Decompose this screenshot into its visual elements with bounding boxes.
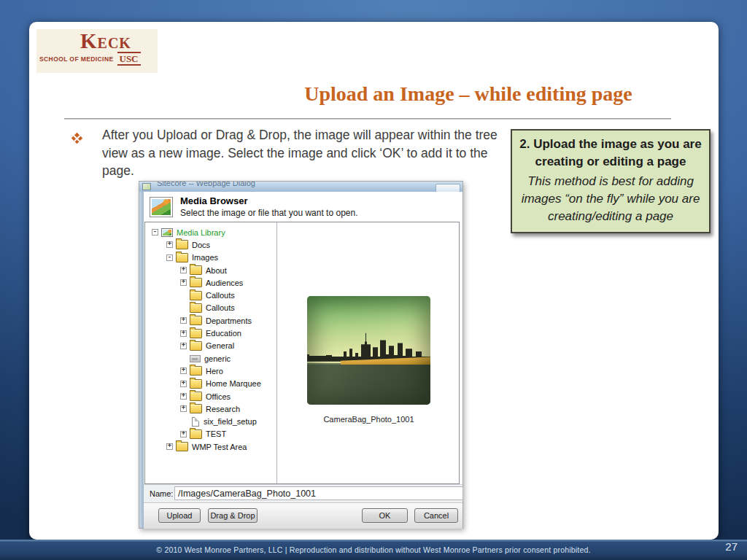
tree-item-label: Callouts xyxy=(206,303,235,312)
preview-image[interactable] xyxy=(307,296,430,405)
tree-item-label: Home Marquee xyxy=(206,379,261,388)
media-browser-dialog: Sitecore -- Webpage Dialog Media Browser… xyxy=(139,181,463,529)
tree-item[interactable]: six_field_setup xyxy=(145,415,276,427)
tree-item[interactable]: +Audiences xyxy=(145,276,276,289)
expander-plus-icon[interactable]: + xyxy=(180,343,187,349)
page-number: 27 xyxy=(725,540,738,553)
folder-icon xyxy=(190,265,202,275)
dialog-header-text: Media Browser Select the image or file t… xyxy=(180,195,357,218)
tree-item-label: About xyxy=(206,266,227,275)
folder-icon xyxy=(176,240,188,249)
tree-item-label: Hero xyxy=(206,367,223,376)
tree-item[interactable]: +Offices xyxy=(145,390,276,402)
expander-minus-icon[interactable]: - xyxy=(152,229,158,236)
folder-icon xyxy=(190,291,202,300)
expander-plus-icon[interactable]: + xyxy=(180,330,187,337)
callout-body: This method is best for adding images “o… xyxy=(515,173,706,225)
expander-plus-icon[interactable]: + xyxy=(180,405,187,412)
logo-usc-text: USC xyxy=(117,52,141,66)
tree-item-label: Departments xyxy=(206,316,252,325)
logo-school-text: SCHOOL OF MEDICINE xyxy=(39,55,114,63)
folder-icon xyxy=(176,442,188,451)
expander-plus-icon[interactable]: + xyxy=(180,267,187,273)
tree-item-label: six_field_setup xyxy=(204,417,257,426)
tree-item[interactable]: Callouts xyxy=(145,289,276,301)
tree-item[interactable]: +Education xyxy=(145,327,276,339)
expander-plus-icon[interactable]: + xyxy=(180,431,187,438)
name-row: Name: xyxy=(144,484,462,502)
upload-button[interactable]: Upload xyxy=(158,508,201,523)
window-frame-edge xyxy=(139,192,144,528)
tree-item-label: Media Library xyxy=(177,228,225,237)
folder-icon xyxy=(190,341,202,351)
folder-icon xyxy=(190,278,202,287)
tree-item-label: Education xyxy=(206,329,241,338)
callout-box: 2. Upload the image as you are creating … xyxy=(511,129,711,233)
dialog-content: -Media Library+Docs-Images+About+Audienc… xyxy=(144,222,460,484)
dialog-button-row: Upload Drag & Drop OK Cancel xyxy=(144,502,462,529)
tree-item-label: General xyxy=(206,341,234,350)
tree-item[interactable]: +WMP Test Area xyxy=(145,440,276,453)
folder-icon xyxy=(190,316,202,325)
footer-text: © 2010 West Monroe Partners, LLC | Repro… xyxy=(156,545,590,554)
dialog-title: Media Browser xyxy=(180,195,357,206)
expander-plus-icon[interactable]: + xyxy=(166,241,173,248)
tree-item-label: Images xyxy=(192,253,218,262)
tree-view: -Media Library+Docs-Images+About+Audienc… xyxy=(145,222,277,483)
tree-item[interactable]: Callouts xyxy=(145,302,276,314)
folder-icon xyxy=(190,392,202,401)
drag-drop-button[interactable]: Drag & Drop xyxy=(208,508,258,523)
tree-item[interactable]: generic xyxy=(145,352,276,365)
tree-item-label: Docs xyxy=(192,241,210,249)
tree-item[interactable]: +Departments xyxy=(145,314,276,327)
page-title: Upload an Image – while editing page xyxy=(190,82,747,106)
tree-item[interactable]: -Media Library xyxy=(145,226,276,238)
media-browser-icon xyxy=(150,197,173,217)
instruction-text: After you Upload or Drag & Drop, the ima… xyxy=(102,126,505,180)
expander-plus-icon[interactable]: + xyxy=(180,279,187,286)
tree-item[interactable]: +TEST xyxy=(145,428,276,440)
tree-item[interactable]: +About xyxy=(145,264,276,276)
tree-item-label: Offices xyxy=(206,392,231,401)
photo-vignette xyxy=(307,296,430,405)
ok-button[interactable]: OK xyxy=(362,508,408,523)
dialog-subtitle: Select the image or file that you want t… xyxy=(180,208,357,218)
preview-caption: CameraBag_Photo_1001 xyxy=(307,415,430,424)
tree-item[interactable]: -Images xyxy=(145,252,276,264)
expander-plus-icon[interactable]: + xyxy=(180,381,187,387)
tree-item[interactable]: +Home Marquee xyxy=(145,378,276,390)
cancel-button[interactable]: Cancel xyxy=(414,508,458,523)
name-label: Name: xyxy=(150,489,173,498)
name-input[interactable] xyxy=(174,486,463,500)
expander-plus-icon[interactable]: + xyxy=(180,393,187,400)
logo-subline: SCHOOL OF MEDICINE USC xyxy=(39,52,155,66)
slide-content-card: Keck SCHOOL OF MEDICINE USC Upload an Im… xyxy=(29,22,719,540)
tree-item[interactable]: +Docs xyxy=(145,238,276,251)
media-library-icon xyxy=(161,228,173,237)
folder-icon xyxy=(190,379,202,389)
dialog-titlebar: Sitecore -- Webpage Dialog xyxy=(139,182,462,192)
expander-plus-icon[interactable]: + xyxy=(166,443,173,450)
tree-item[interactable]: +Hero xyxy=(145,365,276,377)
preview-pane: CameraBag_Photo_1001 xyxy=(278,222,459,483)
generic-image-icon xyxy=(190,355,201,362)
window-icon xyxy=(142,183,151,190)
expander-plus-icon[interactable]: + xyxy=(180,317,187,324)
callout-heading: 2. Upload the image as you are creating … xyxy=(515,136,706,170)
tree-item-label: Research xyxy=(206,405,240,413)
folder-icon xyxy=(190,404,202,413)
folder-icon xyxy=(190,329,202,338)
dialog-header: Media Browser Select the image or file t… xyxy=(144,192,462,222)
file-icon xyxy=(192,417,199,427)
tree-item[interactable]: +Research xyxy=(145,402,276,415)
tree-item-label: TEST xyxy=(206,429,226,438)
keck-usc-logo: Keck SCHOOL OF MEDICINE USC xyxy=(36,29,158,73)
tree-item-label: generic xyxy=(204,354,231,363)
diamond-bullet-icon xyxy=(71,133,83,144)
expander-plus-icon[interactable]: + xyxy=(180,368,187,374)
folder-icon xyxy=(190,303,202,313)
tree-item-label: Callouts xyxy=(206,291,235,300)
tree-item[interactable]: +General xyxy=(145,340,276,352)
title-divider xyxy=(64,118,671,120)
expander-minus-icon[interactable]: - xyxy=(166,254,173,261)
